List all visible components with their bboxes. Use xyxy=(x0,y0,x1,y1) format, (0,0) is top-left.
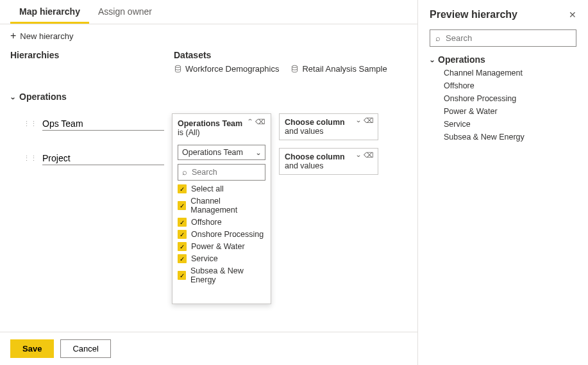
eraser-icon[interactable]: ⌫ xyxy=(255,118,265,126)
datasets-header: Datasets xyxy=(174,50,407,60)
filter-subtitle: is (All) xyxy=(178,128,265,137)
svg-point-1 xyxy=(292,65,298,67)
level-name-input[interactable] xyxy=(42,152,164,165)
checkbox-checked-icon: ✓ xyxy=(178,218,187,227)
filter-search-input[interactable] xyxy=(190,167,261,177)
drag-handle-icon[interactable]: ⋮⋮ xyxy=(23,120,37,128)
column-filter-card[interactable]: Choose column and values ⌫ xyxy=(279,148,378,175)
filter-option[interactable]: ✓Select all xyxy=(178,184,265,193)
new-hierarchy-button[interactable]: + New hierarchy xyxy=(10,28,73,44)
tree-item[interactable]: Power & Water xyxy=(444,107,576,116)
eraser-icon[interactable]: ⌫ xyxy=(364,117,374,125)
hierarchies-header: Hierarchies xyxy=(10,50,174,74)
tab-map-hierarchy[interactable]: Map hierarchy xyxy=(10,0,89,24)
svg-point-0 xyxy=(175,65,180,67)
column-filter-card[interactable]: Choose column and values ⌫ xyxy=(279,113,378,140)
dataset-item[interactable]: Workforce Demographics xyxy=(174,64,279,74)
chevron-down-icon xyxy=(10,93,16,101)
filter-option[interactable]: ✓Service xyxy=(178,254,265,263)
level-name-input[interactable] xyxy=(42,117,164,131)
save-button[interactable]: Save xyxy=(10,339,54,358)
hierarchy-name: Operations xyxy=(19,92,67,102)
tab-assign-owner[interactable]: Assign owner xyxy=(89,0,161,24)
filter-dropdown-panel: Operations Team is (All) ⌫ Operations Te… xyxy=(172,113,271,304)
drag-handle-icon[interactable]: ⋮⋮ xyxy=(23,154,37,163)
tree-item[interactable]: Offshore xyxy=(444,81,576,90)
tree-item[interactable]: Onshore Processing xyxy=(444,94,576,103)
chevron-up-icon[interactable] xyxy=(247,118,253,126)
chevron-down-icon[interactable] xyxy=(355,117,362,125)
tree-item[interactable]: Subsea & New Energy xyxy=(444,133,576,142)
field-select[interactable]: Operations Team xyxy=(178,145,265,160)
plus-icon: + xyxy=(10,31,16,41)
chevron-down-icon xyxy=(255,149,262,156)
tab-strip: Map hierarchy Assign owner xyxy=(0,0,417,24)
checkbox-checked-icon: ✓ xyxy=(178,254,187,263)
filter-option[interactable]: ✓Subsea & New Energy xyxy=(178,266,265,284)
filter-option[interactable]: ✓Offshore xyxy=(178,218,265,227)
chevron-down-icon[interactable] xyxy=(355,151,362,159)
hierarchy-expander[interactable]: Operations xyxy=(10,88,407,106)
dataset-icon xyxy=(290,65,299,73)
cancel-button[interactable]: Cancel xyxy=(60,339,110,358)
filter-option[interactable]: ✓Power & Water xyxy=(178,242,265,251)
dataset-item[interactable]: Retail Analysis Sample xyxy=(290,64,387,74)
tree-root[interactable]: Operations xyxy=(430,53,576,66)
close-icon[interactable]: ✕ xyxy=(569,10,576,20)
tree-item[interactable]: Channel Management xyxy=(444,69,576,77)
preview-title: Preview hierarchy xyxy=(430,9,517,20)
checkbox-checked-icon: ✓ xyxy=(178,271,186,280)
search-icon: ⌕ xyxy=(182,168,187,177)
filter-option[interactable]: ✓Onshore Processing xyxy=(178,230,265,239)
tree-item[interactable]: Service xyxy=(444,120,576,129)
search-icon: ⌕ xyxy=(435,33,441,43)
checkbox-checked-icon: ✓ xyxy=(178,184,187,193)
eraser-icon[interactable]: ⌫ xyxy=(364,151,374,159)
checkbox-checked-icon: ✓ xyxy=(178,242,187,251)
filter-option[interactable]: ✓Channel Management xyxy=(178,197,265,215)
dataset-icon xyxy=(174,65,182,73)
preview-search-input[interactable] xyxy=(444,33,571,44)
checkbox-checked-icon: ✓ xyxy=(178,201,186,210)
new-hierarchy-label: New hierarchy xyxy=(20,31,73,41)
chevron-down-icon xyxy=(429,56,435,63)
checkbox-checked-icon: ✓ xyxy=(178,230,187,239)
